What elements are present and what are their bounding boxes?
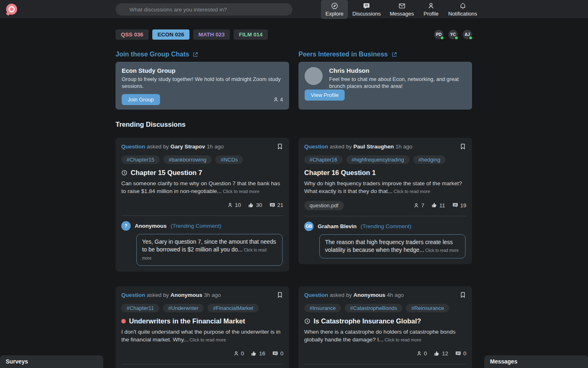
- divider: [304, 364, 466, 364]
- viewers-icon: [233, 350, 239, 357]
- nav-item-explore[interactable]: Explore: [321, 0, 348, 19]
- bookmark-icon[interactable]: [276, 291, 283, 299]
- discussion-card[interactable]: Question asked by Gary Strapov 1h ago #C…: [116, 138, 289, 272]
- person-icon: [427, 2, 435, 10]
- trending-comment-badge: (Trending Comment): [361, 223, 411, 229]
- surveys-panel[interactable]: Surveys: [0, 355, 103, 368]
- post-author: Paul Straughen: [354, 144, 394, 150]
- thumbs-up-icon: [434, 350, 440, 357]
- comments-icon: [272, 350, 278, 357]
- commenter-avatar: GB: [304, 222, 314, 231]
- peer-name: Chris Hudson: [329, 67, 466, 74]
- hashtag[interactable]: #Chapter15: [121, 155, 160, 164]
- group-description: Group to freely study together! We hold …: [122, 76, 283, 90]
- hashtag[interactable]: #bankborrowing: [163, 155, 212, 164]
- read-more-link[interactable]: Click to read more: [189, 337, 226, 342]
- member-count: 4: [273, 96, 283, 103]
- comments-stat[interactable]: 0: [455, 350, 466, 357]
- peers-header[interactable]: Peers Interested in Business: [298, 51, 472, 58]
- read-more-link[interactable]: Click to read more: [425, 248, 459, 253]
- course-tab-qss036[interactable]: QSS 036: [116, 29, 149, 40]
- post-author: Gary Strapov: [171, 144, 205, 150]
- comments-stat[interactable]: 21: [269, 202, 283, 209]
- hashtag[interactable]: #FinancialMarket: [207, 304, 258, 312]
- nav-label: Discussions: [352, 11, 381, 17]
- course-tab-film014[interactable]: FILM 014: [234, 29, 268, 40]
- clock-icon: [304, 318, 310, 324]
- thumbs-up-icon: [431, 202, 438, 209]
- section-title: Join these Group Chats: [116, 51, 189, 58]
- viewers-count: 0: [424, 350, 427, 357]
- comment-box[interactable]: The reason that high frequency traders c…: [319, 234, 466, 258]
- hashtag[interactable]: #highfrequencytrading: [346, 155, 410, 164]
- nav-item-discussions[interactable]: Discussions: [348, 0, 385, 19]
- post-type: Question: [304, 144, 328, 150]
- post-body: When there is a catastrophe do holders o…: [304, 329, 456, 343]
- post-type: Question: [304, 292, 328, 298]
- comment-box[interactable]: Yes, Gary in question 7, since the amoun…: [136, 234, 283, 266]
- nav-label: Profile: [423, 11, 439, 17]
- hashtag[interactable]: #Chapter11: [121, 304, 159, 312]
- commenter-name: Anonymous: [135, 223, 167, 229]
- comments-count: 0: [280, 350, 283, 357]
- post-type: Question: [121, 144, 145, 150]
- chat-bubble-icon: [363, 2, 370, 10]
- hashtag[interactable]: #NCDs: [215, 155, 243, 164]
- view-profile-button[interactable]: View Profile: [305, 90, 345, 101]
- app-logo[interactable]: [6, 4, 17, 15]
- nav-item-messages[interactable]: Messages: [385, 0, 418, 19]
- divider: [304, 216, 466, 216]
- hashtag[interactable]: #CatastropheBonds: [345, 304, 402, 312]
- hashtag[interactable]: #Chapter16: [304, 155, 343, 164]
- hashtag[interactable]: #hedging: [413, 155, 446, 164]
- red-dot-icon: [121, 319, 126, 323]
- bookmark-icon[interactable]: [276, 143, 283, 150]
- nav-item-notifications[interactable]: Notifications: [444, 0, 482, 19]
- read-more-link[interactable]: Click to read more: [385, 337, 421, 342]
- course-tab-econ026[interactable]: ECON 026: [152, 29, 189, 40]
- hashtag[interactable]: #Reinsurance: [406, 304, 449, 312]
- viewers-count: 7: [421, 202, 424, 209]
- viewers-count: 10: [235, 202, 241, 208]
- hashtag[interactable]: #Underwriter: [163, 304, 204, 312]
- nav-item-profile[interactable]: Profile: [419, 0, 444, 19]
- comments-stat[interactable]: 19: [452, 202, 466, 209]
- avatar[interactable]: YC: [448, 30, 458, 39]
- discussion-card[interactable]: Question asked by Anonymous 3h ago #Chap…: [116, 286, 289, 368]
- avatar[interactable]: AJ: [463, 30, 472, 39]
- nav-label: Explore: [325, 11, 343, 17]
- hashtag[interactable]: #Insurance: [304, 304, 341, 312]
- bookmark-icon[interactable]: [459, 143, 466, 150]
- likes-stat[interactable]: 30: [248, 202, 262, 209]
- attachment-chip[interactable]: question.pdf: [304, 201, 344, 210]
- read-more-link[interactable]: Click to read more: [223, 189, 259, 194]
- promo-cards-row: Econ Study Group Group to freely study t…: [116, 62, 472, 110]
- join-group-button[interactable]: Join Group: [122, 94, 160, 105]
- trending-heading: Trending Discussions: [116, 121, 472, 128]
- commenter-avatar: ?: [121, 221, 131, 231]
- post-title: Underwriters in the Financial Market: [129, 317, 245, 325]
- likes-stat[interactable]: 11: [431, 202, 445, 209]
- section-title: Peers Interested in Business: [298, 51, 388, 58]
- top-bar: Explore Discussions Messages Profile: [0, 0, 588, 19]
- search-input[interactable]: [116, 3, 292, 16]
- course-tab-math023[interactable]: MATH 023: [193, 29, 230, 40]
- trending-grid: Question asked by Gary Strapov 1h ago #C…: [116, 138, 472, 368]
- discussion-card[interactable]: Question asked by Paul Straughen 1h ago …: [298, 138, 472, 264]
- messages-panel[interactable]: Messages: [484, 355, 588, 368]
- viewers-icon: [273, 96, 279, 103]
- bookmark-icon[interactable]: [459, 291, 466, 299]
- read-more-link[interactable]: Click to read more: [394, 189, 430, 194]
- likes-stat[interactable]: 12: [434, 350, 448, 357]
- viewers-icon: [416, 350, 422, 357]
- discussion-card[interactable]: Question asked by Anonymous 4h ago #Insu…: [298, 286, 472, 368]
- likes-stat[interactable]: 16: [251, 350, 265, 357]
- comments-count: 0: [463, 350, 466, 357]
- group-chats-header[interactable]: Join these Group Chats: [116, 51, 289, 58]
- avatar[interactable]: PD: [434, 30, 443, 39]
- likes-count: 16: [259, 350, 265, 357]
- likes-count: 11: [439, 202, 445, 209]
- comments-icon: [269, 202, 276, 209]
- trending-comment: GB Graham Blevin (Trending Comment) The …: [304, 222, 466, 258]
- comments-stat[interactable]: 0: [272, 350, 283, 357]
